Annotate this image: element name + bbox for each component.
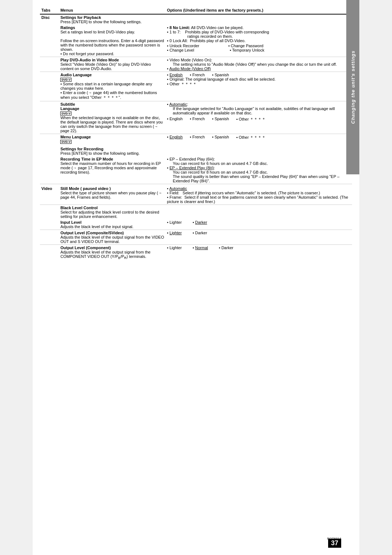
page-number: 37 [328, 539, 341, 548]
dvd-badge-subtitle: DVD-V [60, 112, 72, 116]
menu-subtitle: Subtitle Language DVD-V When the selecte… [59, 101, 166, 134]
options-empty-playback [166, 14, 352, 25]
menu-blacklevel: Black Level Control Select for adjusting… [59, 205, 166, 220]
tab-dvdaudio-empty [40, 57, 59, 72]
options-menulang: • English • French • Spanish • Other ＊＊＊… [166, 134, 352, 145]
header-options: Options (Underlined items are the factor… [166, 7, 352, 14]
tab-blacklevel-empty [40, 205, 59, 220]
options-empty-recording [166, 145, 352, 156]
options-dvdaudio: • Video Mode (Video On): The setting ret… [166, 57, 352, 72]
options-ratings: • 8 No Limit: All DVD-Video can be playe… [166, 25, 352, 57]
header-menus: Menus [59, 7, 166, 14]
menu-outputcomponent: Output Level (Component) Adjusts the bla… [59, 245, 166, 261]
menu-settings-recording: Settings for Recording Press [ENTER] to … [59, 145, 166, 156]
tab-outputcomponent-empty [40, 245, 59, 261]
options-outputsvideo: • Lighter • Darker [166, 230, 352, 245]
menu-epmode: Recording Time in EP Mode Select the max… [59, 156, 166, 184]
tab-video: Video [40, 184, 59, 205]
tab-ratings-empty [40, 25, 59, 57]
header-tabs: Tabs [40, 7, 59, 14]
options-audiolang: • English • French • Spanish • Original:… [166, 72, 352, 101]
dvd-badge-audiolang: DVD-V [60, 78, 72, 82]
page: Changing the unit's settings Tabs Menus … [33, 0, 359, 555]
options-stillmode: • Automatic • Field: Select if jittering… [166, 184, 352, 205]
tab-menulang-empty [40, 134, 59, 145]
options-inputlevel: • Lighter • Darker [166, 219, 352, 230]
menu-settings-playback: Settings for Playback Press [ENTER] to s… [59, 14, 166, 25]
options-epmode: • EP – Extended Play (6H): You can recor… [166, 156, 352, 184]
options-outputcomponent: • Lighter • Normal • Darker [166, 245, 352, 261]
menu-outputsvideo: Output Level (Composite/SVideo) Adjusts … [59, 230, 166, 245]
menu-ratings: Ratings Set a ratings level to limit DVD… [59, 25, 166, 57]
options-blacklevel-empty [166, 205, 352, 220]
tab-subtitle-empty [40, 101, 59, 134]
menu-inputlevel: Input Level Adjusts the black level of t… [59, 219, 166, 230]
tab-epmode-empty [40, 156, 59, 184]
tab-recording-empty [40, 145, 59, 156]
tab-outputsvideo-empty [40, 230, 59, 245]
options-subtitle: • Automatic: If the language selected fo… [166, 101, 352, 134]
vertical-title: Changing the unit's settings [346, 0, 359, 174]
tab-inputlevel-empty [40, 219, 59, 230]
dvd-badge-menulang: DVD-V [60, 140, 72, 144]
menu-menulang: Menu Language DVD-V [59, 134, 166, 145]
menu-dvdaudio: Play DVD-Audio in Video Mode Select "Vid… [59, 57, 166, 72]
tab-audiolang-empty [40, 72, 59, 101]
menu-stillmode: Still Mode ( paused video ) Select the t… [59, 184, 166, 205]
menu-audiolang: Audio Language DVD-V • Some discs start … [59, 72, 166, 101]
tab-disc: Disc [40, 14, 59, 25]
